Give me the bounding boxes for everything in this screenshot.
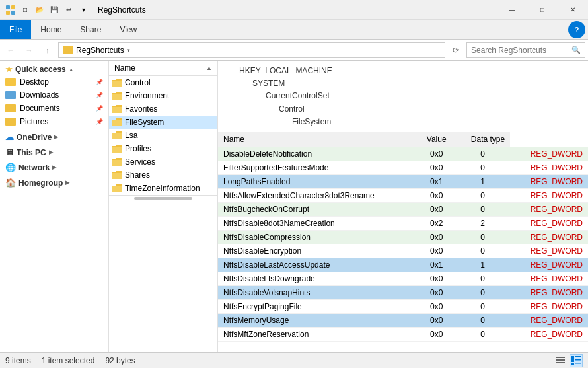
- table-row[interactable]: NtfsMftZoneReservation 0x0 0 REG_DWORD: [218, 327, 588, 341]
- reg-name-5: NtfsDisable8dot3NameCreation: [218, 216, 418, 230]
- close-button[interactable]: ✕: [558, 0, 588, 20]
- reg-dataval-8: 1: [455, 258, 510, 272]
- table-row[interactable]: NtfsDisableLfsDowngrade 0x0 0 REG_DWORD: [218, 272, 588, 285]
- back-button[interactable]: ←: [3, 42, 18, 58]
- sidebar: ★ Quick access ▲ Desktop 📌 Downloads 📌 D…: [0, 61, 109, 352]
- toolbar-dropdown[interactable]: ▾: [78, 5, 89, 15]
- reg-table-container: Name Value Data type DisableDeleteNotifi…: [218, 132, 588, 352]
- status-bar: 9 items 1 item selected 92 bytes: [0, 352, 588, 368]
- reg-dataval-12: 0: [455, 313, 510, 327]
- forward-button[interactable]: →: [21, 42, 37, 58]
- table-row[interactable]: NtfsMemoryUsage 0x0 0 REG_DWORD: [218, 313, 588, 327]
- reg-tbody: DisableDeleteNotification 0x0 0 REG_DWOR…: [218, 147, 588, 341]
- reg-dataval-6: 0: [455, 230, 510, 244]
- tab-file[interactable]: File: [0, 20, 31, 39]
- onedrive-icon: ☁: [5, 132, 14, 142]
- quick-access-label: Quick access: [15, 65, 66, 74]
- table-row[interactable]: NtfsDisable8dot3NameCreation 0x2 2 REG_D…: [218, 216, 588, 230]
- homegroup-icon: 🏠: [5, 178, 16, 188]
- onedrive-section[interactable]: ☁ OneDrive ▶: [0, 128, 108, 143]
- table-row[interactable]: NtfsAllowExtendedCharacter8dot3Rename 0x…: [218, 188, 588, 202]
- tree-item-1[interactable]: Environment: [109, 89, 217, 102]
- reg-name-6: NtfsDisableCompression: [218, 230, 418, 244]
- pictures-label: Pictures: [20, 117, 48, 126]
- homegroup-label: Homegroup: [18, 178, 63, 188]
- col-value: Value: [418, 132, 455, 147]
- toolbar-icon-open[interactable]: 📂: [34, 5, 45, 15]
- refresh-button[interactable]: ⟳: [448, 42, 464, 58]
- reg-name-0: DisableDeleteNotification: [218, 147, 418, 161]
- sidebar-item-documents[interactable]: Documents 📌: [0, 102, 108, 115]
- toolbar-icon-new[interactable]: □: [20, 5, 30, 15]
- view-list-button[interactable]: [554, 354, 567, 367]
- folder-icon-0: [112, 77, 122, 88]
- pictures-pin: 📌: [96, 118, 103, 125]
- reg-dataval-2: 1: [455, 174, 510, 188]
- table-row[interactable]: LongPathsEnabled 0x1 1 REG_DWORD: [218, 174, 588, 188]
- sidebar-item-pictures[interactable]: Pictures 📌: [0, 115, 108, 128]
- tree-item-5[interactable]: Profiles: [109, 142, 217, 155]
- homegroup-section[interactable]: 🏠 Homegroup ▶: [0, 174, 108, 189]
- tree-item-6[interactable]: Services: [109, 155, 217, 168]
- downloads-folder-icon: [5, 91, 16, 99]
- svg-rect-5: [556, 359, 565, 361]
- title-bar-left: □ 📂 💾 ↩ ▾ RegShortcuts: [5, 5, 146, 15]
- reg-dataval-11: 0: [455, 299, 510, 313]
- reg-name-7: NtfsDisableEncryption: [218, 244, 418, 258]
- table-row[interactable]: NtfsDisableCompression 0x0 0 REG_DWORD: [218, 230, 588, 244]
- tab-home[interactable]: Home: [31, 20, 71, 39]
- registry-view: HKEY_LOCAL_MACHINE SYSTEM CurrentControl…: [218, 61, 588, 352]
- search-input[interactable]: [471, 46, 569, 55]
- documents-label: Documents: [20, 104, 60, 113]
- sidebar-item-desktop[interactable]: Desktop 📌: [0, 75, 108, 89]
- tree-item-0[interactable]: Control: [109, 76, 217, 89]
- toolbar-icon-undo[interactable]: ↩: [63, 5, 74, 15]
- table-row[interactable]: NtfsBugcheckOnCorrupt 0x0 0 REG_DWORD: [218, 202, 588, 216]
- sidebar-item-downloads[interactable]: Downloads 📌: [0, 89, 108, 102]
- toolbar-icon-save[interactable]: 💾: [49, 5, 59, 15]
- minimize-button[interactable]: —: [497, 0, 527, 20]
- network-section[interactable]: 🌐 Network ▶: [0, 159, 108, 174]
- reg-type-9: REG_DWORD: [510, 272, 588, 285]
- reg-dataval-1: 0: [455, 161, 510, 174]
- table-row[interactable]: NtfsDisableEncryption 0x0 0 REG_DWORD: [218, 244, 588, 258]
- maximize-button[interactable]: □: [527, 0, 558, 20]
- tree-item-2[interactable]: Favorites: [109, 102, 217, 116]
- tree-item-4[interactable]: Lsa: [109, 129, 217, 142]
- tree-item-8[interactable]: TimeZoneInformation: [109, 182, 217, 195]
- path-dropdown-arrow[interactable]: ▾: [127, 47, 130, 54]
- desktop-folder-icon: [5, 78, 16, 86]
- reg-type-5: REG_DWORD: [510, 216, 588, 230]
- table-row[interactable]: NtfsEncryptPagingFile 0x0 0 REG_DWORD: [218, 299, 588, 313]
- up-button[interactable]: ↑: [40, 42, 55, 58]
- tree-item-3[interactable]: FileSystem: [109, 116, 217, 129]
- this-pc-section[interactable]: 🖥 This PC ▶: [0, 143, 108, 159]
- search-icon: 🔍: [571, 46, 581, 54]
- tree-item-7[interactable]: Shares: [109, 168, 217, 182]
- svg-rect-6: [556, 362, 565, 363]
- network-arrow: ▶: [52, 165, 56, 170]
- reg-value-2: 0x1: [418, 174, 455, 188]
- quick-access-section[interactable]: ★ Quick access ▲: [0, 61, 108, 75]
- tree-item-label-6: Services: [125, 157, 155, 166]
- reg-value-6: 0x0: [418, 230, 455, 244]
- folder-icon-1: [112, 91, 122, 101]
- reg-dataval-7: 0: [455, 244, 510, 258]
- address-path[interactable]: RegShortcuts ▾: [58, 42, 445, 58]
- view-details-button[interactable]: [570, 354, 583, 367]
- help-button[interactable]: ?: [568, 21, 585, 38]
- svg-rect-4: [556, 357, 565, 358]
- table-row[interactable]: NtfsDisableVolsnapHints 0x0 0 REG_DWORD: [218, 285, 588, 299]
- table-row[interactable]: DisableDeleteNotification 0x0 0 REG_DWOR…: [218, 147, 588, 161]
- reg-dataval-13: 0: [455, 327, 510, 341]
- tree-collapse-arrow[interactable]: ▲: [206, 65, 212, 71]
- svg-rect-11: [571, 363, 574, 365]
- tab-share[interactable]: Share: [71, 20, 110, 39]
- folder-icon-5: [112, 143, 122, 154]
- tree-scrollbar[interactable]: [109, 195, 217, 200]
- table-row[interactable]: FilterSupportedFeaturesMode 0x0 0 REG_DW…: [218, 161, 588, 174]
- ribbon: File Home Share View ?: [0, 20, 588, 40]
- pictures-folder-icon: [5, 118, 16, 126]
- tab-view[interactable]: View: [110, 20, 146, 39]
- table-row[interactable]: NtfsDisableLastAccessUpdate 0x1 1 REG_DW…: [218, 258, 588, 272]
